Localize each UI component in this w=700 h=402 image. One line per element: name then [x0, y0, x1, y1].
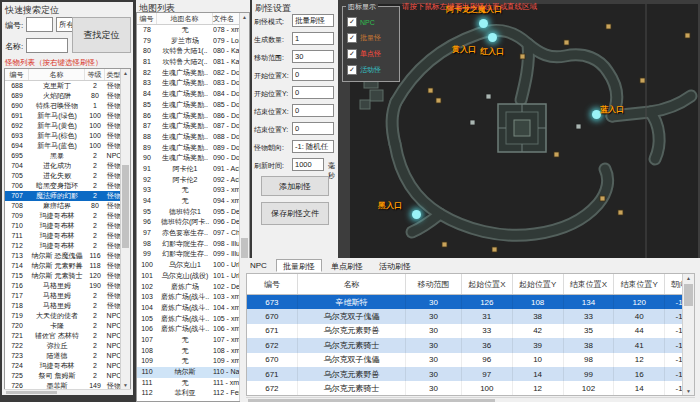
table-row[interactable]: 670乌尔克双子傀儡3031383340-1 — [247, 309, 694, 323]
add-spawn-button[interactable]: 添加刷怪 — [261, 176, 329, 196]
checkbox[interactable]: ✓ — [347, 65, 357, 75]
list-item[interactable]: 94无094 - xm — [137, 196, 249, 207]
list-item[interactable]: 108无108 - xm — [137, 346, 249, 357]
field-input[interactable]: 0 — [292, 68, 334, 81]
table-row[interactable]: 672乌尔克元素骑士3036393841-1 — [247, 338, 694, 352]
list-item[interactable]: 82生魂广场奖励..082 - Dou — [137, 68, 249, 79]
list-item[interactable]: 690特殊召唤怪物1怪物 — [5, 101, 130, 111]
list-item[interactable]: 721辅佐官 杰林特2NPC — [5, 331, 130, 341]
list-item[interactable]: 106磨炼广场(战斗..106 - xm — [137, 324, 249, 335]
spawn-table-scrollbar[interactable]: ▲ ▼ — [682, 274, 694, 395]
list-item[interactable]: 110纳尔斯110 - Nar — [137, 367, 249, 378]
field-input[interactable]: 0 — [292, 104, 334, 117]
checkbox[interactable]: ✓ — [347, 49, 357, 59]
list-item[interactable]: 707魔法师的幻影2怪物 — [5, 191, 130, 201]
field-input[interactable]: 1000 — [292, 158, 324, 171]
monster-list-hscrollbar[interactable] — [4, 389, 131, 395]
list-item[interactable]: 79罗兰市场079 - Lor — [137, 36, 249, 47]
list-item[interactable]: 91阿卡伦1091 - Ach — [137, 164, 249, 175]
list-item[interactable]: 80坎特鲁大陆1(..080 - Kar — [137, 46, 249, 57]
list-item[interactable]: 93无093 - xm — [137, 185, 249, 196]
list-item[interactable]: 708麻痹结界80怪物 — [5, 201, 130, 211]
list-item[interactable]: 717马格里姆2怪物 — [5, 291, 130, 301]
list-item[interactable]: 716马格里姆190怪物 — [5, 281, 130, 291]
list-item[interactable]: 83生魂广场奖励..083 - Dou — [137, 78, 249, 89]
list-item[interactable]: 720卡隆2NPC — [5, 321, 130, 331]
list-item[interactable]: 100乌尔克山1100 - Urk — [137, 260, 249, 271]
field-select[interactable]: -1: 随机任 — [292, 140, 334, 153]
checkbox[interactable]: ✓ — [347, 17, 357, 27]
table-row[interactable]: 673辛维斯特30126108134120-1 — [247, 295, 694, 309]
scroll-up-icon[interactable]: ▲ — [683, 274, 694, 282]
list-item[interactable]: 103磨炼广场(战斗..103 - xm — [137, 292, 249, 303]
scroll-up-icon[interactable]: ▲ — [121, 69, 130, 77]
list-item[interactable]: 722弥拉丘2NPC — [5, 341, 130, 351]
list-item[interactable]: 107无107 - xm — [137, 335, 249, 346]
list-item[interactable]: 111无111 - xm — [137, 378, 249, 389]
list-item[interactable]: 104磨炼广场(战斗..104 - xm — [137, 303, 249, 314]
list-item[interactable]: 90生魂广场奖励..090 - Dou — [137, 153, 249, 164]
save-spawn-file-button[interactable]: 保存刷怪文件 — [261, 202, 329, 225]
list-item[interactable]: 102磨炼广场102 - Dev — [137, 282, 249, 293]
find-locate-button[interactable]: 查找定位 — [72, 17, 131, 53]
list-item[interactable]: 705进化失败2怪物 — [5, 171, 130, 181]
list-item[interactable]: 725祭司 詹姆斯2NPC — [5, 371, 130, 381]
monster-list-scrollbar[interactable]: ▲ ▼ — [120, 69, 130, 389]
list-item[interactable]: 691新年马(绿色)100怪物 — [5, 111, 130, 121]
table-row[interactable]: 672乌尔克元素骑士301001210214-1 — [247, 381, 694, 395]
monster-name-input[interactable] — [26, 38, 68, 53]
list-item[interactable]: 693新年马(棕色)100怪物 — [5, 131, 130, 141]
list-item[interactable]: 96德班特尔(阿卡..096 - Deb — [137, 217, 249, 228]
field-input[interactable]: 30 — [292, 50, 334, 63]
list-item[interactable]: 99幻影寺院生存..099 - Illus — [137, 249, 249, 260]
list-item[interactable]: 706暗黑变身指环2怪物 — [5, 181, 130, 191]
list-item[interactable]: 85生魂广场奖励..085 - Dou — [137, 100, 249, 111]
list-item[interactable]: 723陆道德2NPC — [5, 351, 130, 361]
table-row[interactable]: 670乌尔克双子傀儡3096109812-1 — [247, 353, 694, 367]
list-item[interactable]: 97赤色要塞生存..097 - Cha — [137, 228, 249, 239]
list-item[interactable]: 724玛捷哥布林2NPC — [5, 361, 130, 371]
list-item[interactable]: 688克里斯丁2怪物 — [5, 81, 130, 91]
field-input[interactable]: 1 — [292, 32, 334, 45]
field-select[interactable]: 批量刷怪 — [292, 14, 334, 27]
list-item[interactable]: 112菲利亚112 - Fere — [137, 388, 249, 399]
list-item[interactable]: 710玛捷哥布林2怪物 — [5, 221, 130, 231]
map-canvas[interactable]: 阿卡龙之魔入口黄入口红入口蓝入口黑入口 — [350, 4, 698, 258]
table-row[interactable]: 671乌尔克元素野兽3033423544-1 — [247, 324, 694, 338]
list-item[interactable]: 92阿卡伦2092 - Ach — [137, 175, 249, 186]
field-input[interactable]: 0 — [292, 86, 334, 99]
tab-1[interactable]: NPC — [243, 259, 274, 272]
monster-id-input[interactable] — [26, 17, 53, 32]
spawn-table-hscrollbar[interactable] — [246, 397, 695, 402]
list-item[interactable]: 87生魂广场奖励..087 - Dou — [137, 121, 249, 132]
list-item[interactable]: 713纳尔斯 恐魔傀儡116怪物 — [5, 251, 130, 261]
list-item[interactable]: 704进化成功2怪物 — [5, 161, 130, 171]
list-item[interactable]: 84生魂广场奖励..084 - Dou — [137, 89, 249, 100]
list-item[interactable]: 689火焰陷阱80怪物 — [5, 91, 130, 101]
list-item[interactable]: 109无109 - xm — [137, 356, 249, 367]
scroll-up-icon[interactable]: ▲ — [240, 13, 249, 21]
list-item[interactable]: 95德班特尔1095 - Deb — [137, 207, 249, 218]
list-item[interactable]: 88生魂广场奖励..088 - Dou — [137, 132, 249, 143]
checkbox[interactable]: ✓ — [347, 33, 357, 43]
list-item[interactable]: 714纳尔斯 元素野兽118怪物 — [5, 261, 130, 271]
list-item[interactable]: 712玛捷哥布林2怪物 — [5, 241, 130, 251]
tab-3[interactable]: 单点刷怪 — [324, 259, 370, 272]
tab-4[interactable]: 活动刷怪 — [372, 259, 418, 272]
list-item[interactable]: 719大天使的使者2NPC — [5, 311, 130, 321]
list-item[interactable]: 695黑暴2NPC — [5, 151, 130, 161]
list-item[interactable]: 78无078 - xm — [137, 25, 249, 36]
tab-2[interactable]: 批量刷怪 — [276, 259, 322, 272]
list-item[interactable]: 709玛捷哥布林2怪物 — [5, 211, 130, 221]
list-item[interactable]: 711玛捷哥布林2怪物 — [5, 231, 130, 241]
list-item[interactable]: 86生魂广场奖励..086 - Dou — [137, 111, 249, 122]
list-item[interactable]: 718马格里姆2怪物 — [5, 301, 130, 311]
scroll-down-icon[interactable]: ▼ — [683, 387, 694, 395]
field-input[interactable]: 0 — [292, 122, 334, 135]
scroll-down-icon[interactable]: ▼ — [121, 381, 130, 389]
list-item[interactable]: 105磨炼广场(战斗..105 - xm — [137, 314, 249, 325]
list-item[interactable]: 692新年马(黄色)100怪物 — [5, 121, 130, 131]
table-row[interactable]: 671乌尔克元素野兽3097149916-1 — [247, 367, 694, 381]
list-item[interactable]: 715纳尔斯 元素骑士120怪物 — [5, 271, 130, 281]
list-item[interactable]: 98幻影寺院生存..098 - Illus — [137, 239, 249, 250]
